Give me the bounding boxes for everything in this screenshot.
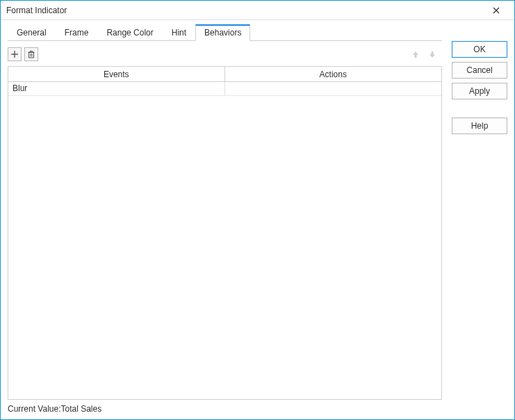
behaviors-table: Events Actions Blur xyxy=(8,66,442,400)
cell-action xyxy=(225,82,442,95)
dialog-body: General Frame Range Color Hint Behaviors xyxy=(1,20,514,419)
apply-button[interactable]: Apply xyxy=(452,83,507,99)
tab-general[interactable]: General xyxy=(8,24,56,41)
table-body: Blur xyxy=(8,82,441,399)
cancel-button[interactable]: Cancel xyxy=(452,62,507,79)
move-down-button[interactable] xyxy=(425,47,439,61)
header-actions: Actions xyxy=(225,67,442,81)
tab-bar: General Frame Range Color Hint Behaviors xyxy=(8,24,442,41)
side-gap xyxy=(452,104,507,113)
close-button[interactable] xyxy=(482,1,510,20)
svg-rect-4 xyxy=(29,53,34,58)
ok-button[interactable]: OK xyxy=(452,41,507,58)
window-title: Format Indicator xyxy=(6,6,482,15)
arrow-down-icon xyxy=(428,50,436,58)
trash-icon xyxy=(27,50,35,58)
move-up-button[interactable] xyxy=(409,47,423,61)
header-events: Events xyxy=(8,67,225,81)
arrow-up-icon xyxy=(411,50,420,58)
side-buttons: OK Cancel Apply Help xyxy=(452,24,507,414)
tab-behaviors[interactable]: Behaviors xyxy=(195,24,250,41)
plus-icon xyxy=(10,50,19,58)
dialog-window: Format Indicator General Frame Range Col… xyxy=(0,0,515,420)
toolbar xyxy=(8,45,442,63)
main-panel: General Frame Range Color Hint Behaviors xyxy=(8,24,442,414)
tab-range-color[interactable]: Range Color xyxy=(97,24,162,41)
cell-event: Blur xyxy=(8,82,225,95)
help-button[interactable]: Help xyxy=(452,118,507,134)
tab-frame[interactable]: Frame xyxy=(56,24,98,41)
close-icon xyxy=(493,7,500,14)
table-row[interactable]: Blur xyxy=(8,82,441,96)
add-button[interactable] xyxy=(8,47,22,61)
titlebar: Format Indicator xyxy=(1,1,514,20)
tab-hint[interactable]: Hint xyxy=(163,24,195,41)
current-value-label: Current Value:Total Sales xyxy=(8,400,442,414)
delete-button[interactable] xyxy=(24,47,38,61)
table-header: Events Actions xyxy=(8,67,441,82)
